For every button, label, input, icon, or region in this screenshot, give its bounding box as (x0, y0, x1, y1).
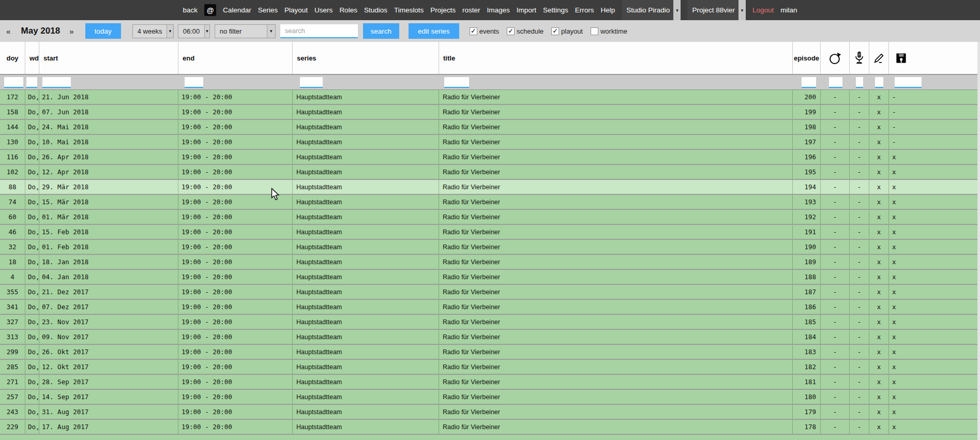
filter-preproduced-input[interactable] (875, 77, 883, 88)
table-row[interactable]: 243Do,31. Aug 201719:00 - 20:00Hauptstad… (0, 405, 980, 420)
cell-wd: Do, (25, 255, 39, 269)
table-row[interactable]: 341Do,07. Dez 201719:00 - 20:00Hauptstad… (0, 300, 980, 315)
column-header-preproduced[interactable] (869, 42, 888, 74)
search-button[interactable]: search (363, 23, 399, 39)
nav-item-import[interactable]: Import (517, 6, 536, 14)
nav-item-timeslots[interactable]: Timeslots (394, 6, 424, 14)
scrollbar[interactable] (977, 42, 980, 440)
today-button[interactable]: today (85, 23, 121, 39)
project-select[interactable]: Project 88vier ▾ (687, 0, 746, 20)
table-row[interactable]: 285Do,12. Okt 201719:00 - 20:00Hauptstad… (0, 360, 980, 375)
nav-item-calendar[interactable]: Calendar (223, 6, 251, 14)
cell-pencil: x (869, 195, 888, 209)
cell-wd: Do, (25, 195, 39, 209)
nav-item-roles[interactable]: Roles (339, 6, 357, 14)
logout-button[interactable]: Logout (752, 6, 774, 14)
table-row[interactable]: 327Do,23. Nov 201719:00 - 20:00Hauptstad… (0, 315, 980, 330)
checkbox-worktime[interactable]: worktime (591, 27, 627, 35)
nav-item-help[interactable]: Help (601, 6, 615, 14)
table-row[interactable]: 116Do,26. Apr 201819:00 - 20:00Hauptstad… (0, 150, 980, 165)
column-header-live[interactable] (849, 42, 869, 74)
filter-series-input[interactable] (300, 77, 323, 88)
chevron-down-icon[interactable]: ▾ (738, 0, 746, 20)
chevron-down-icon[interactable]: ▾ (167, 25, 173, 38)
chevron-down-icon[interactable]: ▾ (673, 0, 681, 20)
time-select[interactable]: 06:00 ▾ (178, 24, 210, 38)
nav-item-images[interactable]: Images (487, 6, 509, 14)
table-row[interactable]: 158Do,07. Jun 201819:00 - 20:00Hauptstad… (0, 105, 980, 120)
table-row-partial[interactable] (0, 435, 980, 440)
nav-item-studios[interactable]: Studios (364, 6, 387, 14)
checkbox-label: schedule (517, 27, 544, 35)
cell-title: Radio für Vierbeiner (439, 210, 792, 224)
cell-mic: - (849, 105, 869, 119)
nav-item-users[interactable]: Users (314, 6, 333, 14)
table-row[interactable]: 32Do,01. Feb 201819:00 - 20:00Hauptstadt… (0, 240, 980, 255)
checkbox-events[interactable]: ✓events (470, 27, 499, 35)
edit-series-button[interactable]: edit series (409, 23, 459, 39)
column-header-doy[interactable]: doy (0, 42, 25, 74)
checkbox-playout[interactable]: ✓playout (551, 27, 583, 35)
filter-title-input[interactable] (444, 77, 469, 88)
filter-select[interactable]: no filter ▾ (215, 24, 276, 38)
cell-wd: Do, (25, 390, 39, 404)
filter-repeat-input[interactable] (829, 77, 842, 88)
nav-item-playout[interactable]: Playout (284, 6, 308, 14)
nav-item-projects[interactable]: Projects (430, 6, 456, 14)
cell-wd: Do, (25, 90, 39, 104)
column-header-series[interactable]: series (292, 42, 439, 74)
table-row[interactable]: 355Do,21. Dez 201719:00 - 20:00Hauptstad… (0, 285, 980, 300)
cell-repeat: - (820, 225, 849, 239)
table-row[interactable]: 144Do,24. Mai 201819:00 - 20:00Hauptstad… (0, 120, 980, 135)
table-row[interactable]: 4Do,04. Jan 201819:00 - 20:00Hauptstadtt… (0, 270, 980, 285)
table-row[interactable]: 18Do,18. Jan 201819:00 - 20:00Hauptstadt… (0, 255, 980, 270)
checkbox-schedule[interactable]: ✓schedule (507, 27, 544, 35)
filter-doy-input[interactable] (4, 77, 23, 88)
table-row[interactable]: 60Do,01. Mär 201819:00 - 20:00Hauptstadt… (0, 210, 980, 225)
column-header-end[interactable]: end (178, 42, 292, 74)
table-row[interactable]: 172Do,21. Jun 201819:00 - 20:00Hauptstad… (0, 90, 980, 105)
filter-live-input[interactable] (856, 77, 863, 88)
nav-item-roster[interactable]: roster (462, 6, 480, 14)
table-row[interactable]: 46Do,15. Feb 201819:00 - 20:00Hauptstadt… (0, 225, 980, 240)
nav-item-series[interactable]: Series (258, 6, 278, 14)
table-row[interactable]: 299Do,26. Okt 201719:00 - 20:00Hauptstad… (0, 345, 980, 360)
search-input[interactable] (280, 24, 358, 38)
checkbox-checked-icon[interactable]: ✓ (470, 27, 477, 35)
table-row[interactable]: 102Do,12. Apr 201819:00 - 20:00Hauptstad… (0, 165, 980, 180)
filter-episode-input[interactable] (802, 77, 816, 88)
studio-select[interactable]: Studio Piradio ▾ (622, 0, 681, 20)
table-row[interactable]: 74Do,15. Mär 201819:00 - 20:00Hauptstadt… (0, 195, 980, 210)
chevron-down-icon[interactable]: ▾ (267, 25, 275, 38)
column-header-wd[interactable]: wd (25, 42, 39, 74)
table-row[interactable]: 130Do,10. Mai 201819:00 - 20:00Hauptstad… (0, 135, 980, 150)
cell-wd: Do, (25, 345, 39, 359)
nav-item-errors[interactable]: Errors (575, 6, 594, 14)
filter-end-input[interactable] (185, 77, 203, 88)
cell-floppy: x (888, 315, 980, 329)
column-header-start[interactable]: start (39, 42, 178, 74)
checkbox-unchecked-icon[interactable] (591, 27, 598, 35)
filter-wd-input[interactable] (26, 77, 37, 88)
nav-item-settings[interactable]: Settings (543, 6, 568, 14)
cell-floppy: x (888, 330, 980, 344)
filter-saved-input[interactable] (895, 77, 922, 88)
nav-item-back[interactable]: back (183, 6, 198, 14)
prev-month-button[interactable]: « (4, 27, 12, 36)
table-row[interactable]: 257Do,14. Sep 201719:00 - 20:00Hauptstad… (0, 390, 980, 405)
column-header-saved[interactable] (888, 42, 980, 74)
table-row[interactable]: 229Do,17. Aug 201719:00 - 20:00Hauptstad… (0, 420, 980, 435)
column-header-repeat[interactable] (820, 42, 849, 74)
cell-title: Radio für Vierbeiner (439, 300, 792, 314)
table-row[interactable]: 271Do,28. Sep 201719:00 - 20:00Hauptstad… (0, 375, 980, 390)
filter-start-input[interactable] (42, 77, 71, 88)
checkbox-checked-icon[interactable]: ✓ (551, 27, 559, 35)
range-select[interactable]: 4 weeks ▾ (132, 24, 174, 38)
chevron-down-icon[interactable]: ▾ (204, 25, 209, 38)
checkbox-checked-icon[interactable]: ✓ (507, 27, 515, 35)
next-month-button[interactable]: » (67, 27, 76, 36)
table-row[interactable]: 313Do,09. Nov 201719:00 - 20:00Hauptstad… (0, 330, 980, 345)
column-header-title[interactable]: title (439, 42, 792, 74)
table-row[interactable]: 88Do,29. Mär 201819:00 - 20:00Hauptstadt… (0, 180, 980, 195)
column-header-episode[interactable]: episode (792, 42, 820, 74)
